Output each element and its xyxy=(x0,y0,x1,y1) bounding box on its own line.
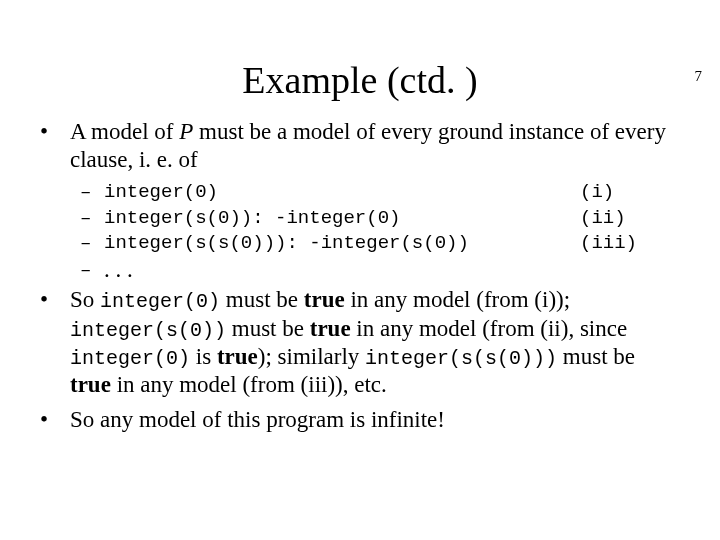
code-row-2: – integer(s(0)): -integer(0) (ii) xyxy=(40,206,680,232)
code-text: integer(0) xyxy=(104,180,580,206)
bold-true: true xyxy=(304,287,345,312)
bullet-2-text: So integer(0) must be true in any model … xyxy=(70,286,680,399)
t: So xyxy=(70,287,100,312)
bullet-2: • So integer(0) must be true in any mode… xyxy=(40,286,680,399)
code-dash: – xyxy=(80,257,104,282)
code-text: integer(s(s(0))): -integer(s(0)) xyxy=(104,231,580,257)
code-inline: integer(0) xyxy=(70,347,190,370)
code-row-1: – integer(0) (i) xyxy=(40,180,680,206)
code-inline: integer(s(0)) xyxy=(70,319,226,342)
code-row-ellipsis: – . . . xyxy=(40,257,680,282)
code-text: integer(s(0)): -integer(0) xyxy=(104,206,580,232)
code-list: – integer(0) (i) – integer(s(0)): -integ… xyxy=(40,180,680,282)
slide-title: Example (ctd. ) xyxy=(0,58,720,102)
t: in any model (from (ii), since xyxy=(351,316,628,341)
code-inline: integer(0) xyxy=(100,290,220,313)
code-row-3: – integer(s(s(0))): -integer(s(0)) (iii) xyxy=(40,231,680,257)
code-label: (iii) xyxy=(580,231,680,257)
t: in any model (from (iii)), etc. xyxy=(111,372,387,397)
ellipsis-text: . . . xyxy=(104,257,133,282)
bullet-1: • A model of P must be a model of every … xyxy=(40,118,680,174)
bold-true: true xyxy=(70,372,111,397)
page-number: 7 xyxy=(695,68,703,85)
bullet-3: • So any model of this program is infini… xyxy=(40,406,680,434)
bullet-dot: • xyxy=(40,286,70,399)
code-dash: – xyxy=(40,180,104,206)
t: must be xyxy=(226,316,310,341)
code-inline: integer(s(s(0))) xyxy=(365,347,557,370)
t: must be xyxy=(220,287,304,312)
slide-body: • A model of P must be a model of every … xyxy=(0,118,720,434)
t: ); similarly xyxy=(258,344,365,369)
bullet-dot: • xyxy=(40,118,70,174)
bullet-1-pre: A model of xyxy=(70,119,179,144)
t: is xyxy=(190,344,217,369)
bold-true: true xyxy=(217,344,258,369)
t: in any model (from (i)); xyxy=(345,287,570,312)
bold-true: true xyxy=(310,316,351,341)
code-label: (ii) xyxy=(580,206,680,232)
bullet-1-P: P xyxy=(179,119,193,144)
bullet-1-text: A model of P must be a model of every gr… xyxy=(70,118,680,174)
code-dash: – xyxy=(40,206,104,232)
bullet-3-text: So any model of this program is infinite… xyxy=(70,406,680,434)
code-dash: – xyxy=(40,231,104,257)
code-label: (i) xyxy=(580,180,680,206)
bullet-dot: • xyxy=(40,406,70,434)
t: must be xyxy=(557,344,635,369)
